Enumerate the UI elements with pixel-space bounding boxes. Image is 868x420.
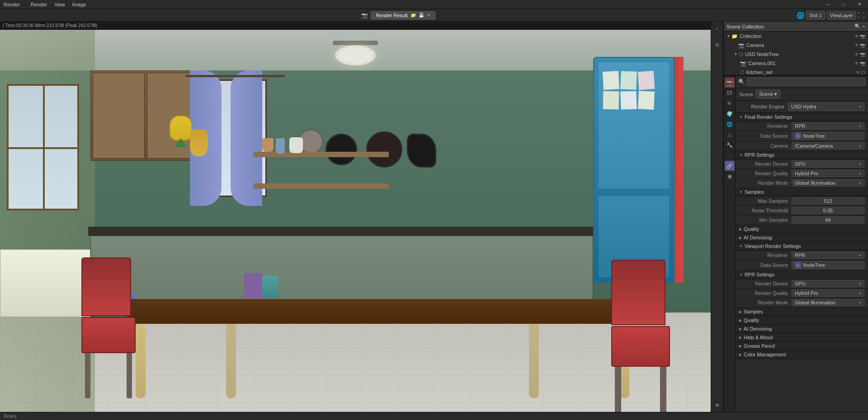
props-tab-render[interactable]: 📷 xyxy=(725,78,735,88)
color-management-header[interactable]: Color Management xyxy=(736,350,868,359)
rpr-device-row: Render Device GPU ▾ xyxy=(736,159,868,169)
rpr-quality-value[interactable]: Hybrid Pro ▾ xyxy=(792,170,864,177)
rpr-settings-header[interactable]: RPR Settings xyxy=(736,151,868,159)
filter-icon[interactable]: 🔍 xyxy=(854,23,861,29)
samples-header[interactable]: Samples xyxy=(736,188,868,196)
rpr-settings-title: RPR Settings xyxy=(745,152,774,158)
ai-denoising-header[interactable]: AI Denoising xyxy=(736,233,868,242)
final-camera-value[interactable]: /Camera/Camera ▾ xyxy=(792,142,864,149)
c001-eye[interactable]: 👁 xyxy=(854,61,859,66)
viewport-render-title: Viewport Render Settings xyxy=(745,243,801,249)
collection-eye[interactable]: 👁 xyxy=(854,34,859,39)
menu-image[interactable]: Image xyxy=(72,2,86,7)
close-tab-icon[interactable]: ✕ xyxy=(427,13,430,18)
rpr-mode-value[interactable]: Global Illumination ▾ xyxy=(792,179,864,187)
props-tab-scene[interactable]: 🌍 xyxy=(725,109,735,119)
props-tab-constraints[interactable]: 🔗 xyxy=(725,161,735,171)
max-samples-value[interactable]: 512 xyxy=(792,197,864,205)
view-tools-btn[interactable]: ⊞ xyxy=(712,40,722,50)
final-datasource-value[interactable]: N NodeTree xyxy=(792,132,864,140)
shelf-jar-2 xyxy=(276,138,285,154)
render-engine-value[interactable]: USD Hydra ▾ xyxy=(788,103,864,111)
props-search-input[interactable] xyxy=(747,78,865,86)
final-render-caret xyxy=(739,115,743,119)
vp-quality-caret xyxy=(739,318,742,322)
add-icon[interactable]: + xyxy=(863,23,865,29)
nt-eye[interactable]: 👁 xyxy=(854,52,859,57)
maximize-icon[interactable]: ⛶ xyxy=(858,12,864,19)
props-tab-view[interactable]: 👁 xyxy=(725,98,735,108)
noise-threshold-value[interactable]: 0.05 xyxy=(792,207,864,214)
tree-camera001[interactable]: 📷 Camera.001 👁 📷 xyxy=(724,59,868,68)
menu-view[interactable]: View xyxy=(54,2,65,7)
rq-dropdown-arrow: ▾ xyxy=(859,172,861,176)
shelf-jar-1 xyxy=(262,138,274,152)
vp-rpr-mode-row: Render Mode Global Illumination ▾ xyxy=(736,298,868,308)
min-samples-value[interactable]: 64 xyxy=(792,216,864,224)
fridge-note-3 xyxy=(638,71,655,90)
props-tab-modifier[interactable]: 🔧 xyxy=(725,140,735,150)
folder-icon[interactable]: 📁 xyxy=(410,13,416,18)
cam-eye[interactable]: 👁 xyxy=(854,43,859,48)
nodetree-name: USD NodeTree xyxy=(745,51,854,57)
props-tab-object[interactable]: △ xyxy=(725,130,735,140)
tree-kitchen[interactable]: ⬡ Kitchen_set 👁 ⬡ xyxy=(724,68,868,76)
vp-rpr-mode-value[interactable]: Global Illumination ▾ xyxy=(792,299,864,306)
render-engine-row: Render Engine USD Hydra ▾ xyxy=(736,101,868,113)
max-samples-row: Max Samples 512 xyxy=(736,196,868,206)
tree-camera[interactable]: 📷 Camera 👁 📷 xyxy=(724,41,868,50)
window-close[interactable]: ✕ xyxy=(855,1,864,7)
final-render-header[interactable]: Final Render Settings xyxy=(736,113,868,121)
sidebar-toggle-btn[interactable]: ‹ xyxy=(712,23,722,33)
right-chair-leg1 xyxy=(615,367,621,412)
collection-render[interactable]: 📷 xyxy=(860,34,865,39)
render-stats: | Time:00:39.06 Mem:233.97M (Peak 292.67… xyxy=(3,23,97,28)
viewport-render-header[interactable]: Viewport Render Settings xyxy=(736,242,868,251)
vp-renderer-value[interactable]: RPR ▾ xyxy=(792,252,864,259)
vp-datasource-row: Data Source N NodeTree xyxy=(736,260,868,271)
pineapple-decor xyxy=(190,129,208,156)
vp-datasource-value[interactable]: N NodeTree xyxy=(792,261,864,269)
final-renderer-value[interactable]: RPR ▾ xyxy=(792,122,864,130)
props-tab-output[interactable]: 🎞 xyxy=(725,88,735,98)
vp-samples-header[interactable]: Samples xyxy=(736,308,868,316)
camera-name: Camera xyxy=(746,42,854,48)
left-chair-seat xyxy=(81,317,136,353)
header-right: 🌐 Slot 1 ViewLayer ⛶ xyxy=(797,11,864,19)
vp-rpr-device-value[interactable]: GPU ▾ xyxy=(792,280,864,287)
shelf-jar-3 xyxy=(289,137,303,153)
vp-rpr-quality-value[interactable]: Hybrid Pro ▾ xyxy=(792,289,864,297)
render-result-tab[interactable]: Render Result 📁 💾 ✕ xyxy=(371,11,435,19)
props-tab-particles[interactable]: ⋯ xyxy=(725,150,735,160)
menu-render[interactable]: Render xyxy=(31,2,47,7)
vp-quality-header[interactable]: Quality xyxy=(736,316,868,325)
save-icon[interactable]: 💾 xyxy=(419,13,424,18)
final-renderer-row: Renderer RPR ▾ xyxy=(736,121,868,131)
collection-icon: 📁 xyxy=(731,33,738,39)
vp-ai-denoising-header[interactable]: AI Denoising xyxy=(736,325,868,333)
vpr-dropdown-arrow: ▾ xyxy=(859,253,861,257)
window-minimize[interactable]: ─ xyxy=(823,2,832,7)
final-renderer-label: Renderer xyxy=(743,123,788,129)
cursor-btn[interactable]: ✥ xyxy=(712,400,722,410)
rd-dropdown-arrow: ▾ xyxy=(859,162,861,166)
props-tab-data[interactable]: ▣ xyxy=(725,171,735,181)
quality-header[interactable]: Quality xyxy=(736,225,868,233)
kitchen-eye[interactable]: 👁 xyxy=(856,70,860,75)
left-chair-back xyxy=(81,257,131,316)
tree-collection[interactable]: ▼ 📁 Collection 👁 📷 xyxy=(724,32,868,41)
help-about-header[interactable]: Help & About xyxy=(736,333,868,342)
collection-arrow: ▼ xyxy=(726,34,731,38)
scene-dropdown[interactable]: Scene ▾ xyxy=(756,90,780,98)
tree-nodetree[interactable]: ▼ ⬡ USD NodeTree 👁 📷 xyxy=(724,50,868,59)
slot-selector[interactable]: Slot 1 xyxy=(806,11,825,19)
grease-pencil-title: Grease Pencil xyxy=(744,343,775,349)
vp-rpr-settings-header[interactable]: RPR Settings xyxy=(736,271,868,279)
fr-dropdown-arrow: ▾ xyxy=(859,124,861,128)
props-tab-world[interactable]: 🌐 xyxy=(725,119,735,129)
window-maximize[interactable]: □ xyxy=(839,2,848,7)
viewlayer-selector[interactable]: ViewLayer xyxy=(827,11,856,19)
grease-pencil-header[interactable]: Grease Pencil xyxy=(736,342,868,350)
rpr-device-label: Render Device xyxy=(743,161,788,167)
rpr-device-value[interactable]: GPU ▾ xyxy=(792,160,864,168)
